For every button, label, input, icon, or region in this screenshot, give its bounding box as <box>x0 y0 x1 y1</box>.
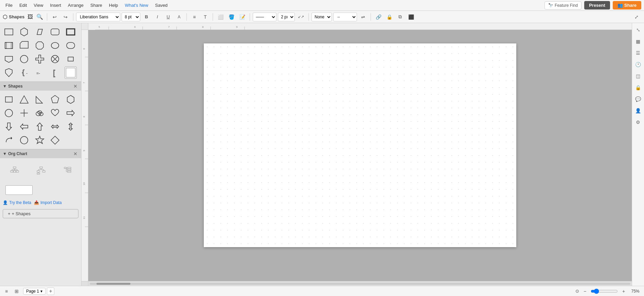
menu-insert[interactable]: Insert <box>47 2 64 8</box>
shape-circle[interactable] <box>49 39 61 52</box>
shape-s-circle[interactable] <box>3 107 15 119</box>
import-data-button[interactable]: 📥 Import Data <box>34 200 62 205</box>
format-right-icon[interactable]: ☰ <box>633 48 644 58</box>
shape-s-arrow-up[interactable] <box>34 121 46 133</box>
shape-s-pentagon[interactable] <box>49 93 61 106</box>
align-left-button[interactable]: ≡ <box>190 12 199 22</box>
italic-button[interactable]: I <box>153 12 162 22</box>
shape-plus[interactable] <box>34 53 46 65</box>
zoom-in-button[interactable]: + <box>620 288 627 295</box>
present-button[interactable]: Present <box>584 1 610 10</box>
shape-brace-left[interactable]: {- <box>18 67 30 79</box>
add-page-button[interactable]: + <box>47 288 54 295</box>
shape-x-circle[interactable] <box>49 53 61 65</box>
shape-s-hexagon[interactable] <box>65 93 77 106</box>
menu-help[interactable]: Help <box>106 2 121 8</box>
org-rect[interactable] <box>5 185 33 195</box>
menu-whats-new[interactable]: What's New <box>122 2 151 8</box>
shape-s-arrow-left[interactable] <box>18 121 30 133</box>
shape-s-heart[interactable] <box>49 107 61 119</box>
px-selector[interactable]: 2 px <box>278 13 295 21</box>
feature-find-button[interactable]: 🔭 Feature Find <box>544 1 582 10</box>
menu-edit[interactable]: Edit <box>17 2 30 8</box>
shape-snip-rect[interactable] <box>18 39 30 52</box>
shape-s-cloud[interactable] <box>34 107 46 119</box>
shape-film[interactable] <box>3 39 15 52</box>
font-selector[interactable]: Liberation Sans <box>76 13 120 21</box>
shape-rounded-rect[interactable] <box>49 26 61 38</box>
menu-file[interactable]: File <box>3 2 15 8</box>
fill-color-button[interactable]: 🪣 <box>227 12 236 22</box>
shape-s-curved-arrow[interactable] <box>3 134 15 146</box>
menu-saved[interactable]: Saved <box>152 2 170 8</box>
page-tab-dropdown[interactable]: ▾ <box>40 289 42 294</box>
shape-s-star[interactable] <box>34 134 46 146</box>
zoom-reset-icon[interactable]: ⊙ <box>575 289 579 294</box>
shape-s-arrow-right[interactable] <box>65 107 77 119</box>
add-shapes-button[interactable]: + + Shapes <box>3 209 78 218</box>
comment-right-icon[interactable]: 💬 <box>633 94 644 105</box>
shape-rect[interactable] <box>3 26 15 38</box>
shape-chevron-down[interactable] <box>3 53 15 65</box>
shape-s-diamond[interactable] <box>49 134 61 146</box>
menu-view[interactable]: View <box>31 2 46 8</box>
canvas-scroll[interactable] <box>88 30 632 281</box>
shape-s-double-arrow-h[interactable] <box>49 121 61 133</box>
shape-s-double-arrow-v[interactable] <box>65 121 77 133</box>
link-button[interactable]: 🔗 <box>374 12 383 22</box>
image-icon[interactable]: 🖼 <box>26 13 35 21</box>
page-grid-button[interactable]: ⊞ <box>13 288 20 295</box>
underline-button[interactable]: U <box>163 12 173 22</box>
try-beta-button[interactable]: 👤 Try the Beta <box>3 200 31 205</box>
shape-brace-right[interactable]: =- <box>34 67 46 79</box>
font-color-button[interactable]: A <box>174 12 184 22</box>
text-format-button[interactable]: T <box>200 12 210 22</box>
lock-right-icon[interactable]: 🔒 <box>633 82 644 93</box>
org-chart-1[interactable] <box>3 161 26 180</box>
connection-selector[interactable]: None <box>311 13 332 21</box>
shape-s-right-triangle[interactable] <box>34 93 46 106</box>
shapes-section-header[interactable]: ▼ Shapes ✕ <box>0 81 81 91</box>
shape-s-triangle[interactable] <box>18 93 30 106</box>
horizontal-scrollbar[interactable] <box>88 281 632 286</box>
shape-rounded-rect2[interactable] <box>65 39 77 52</box>
delete-button[interactable]: ⬛ <box>406 12 416 22</box>
shape-shield[interactable] <box>3 67 15 79</box>
shape-s-cross[interactable] <box>18 107 30 119</box>
shape-parallelogram[interactable] <box>34 26 46 38</box>
undo-button[interactable]: ↩ <box>50 12 59 22</box>
expand-right-icon[interactable]: ⤡ <box>633 24 644 35</box>
duplicate-button[interactable]: ⧉ <box>395 12 405 22</box>
shape-s-circle2[interactable] <box>18 134 30 146</box>
shape-small-rect[interactable] <box>65 53 77 65</box>
shape-s-arrow-down[interactable] <box>3 121 15 133</box>
redo-button[interactable]: ↪ <box>61 12 70 22</box>
zoom-out-button[interactable]: − <box>581 288 589 295</box>
org-chart-3[interactable] <box>56 161 79 180</box>
org-chart-section-header[interactable]: ▼ Org Chart ✕ <box>0 149 81 158</box>
zoom-slider[interactable] <box>591 289 618 294</box>
user-right-icon[interactable]: 👤 <box>633 105 644 116</box>
shapes-section-close[interactable]: ✕ <box>72 83 78 89</box>
rectangle-outline-button[interactable]: ⬜ <box>216 12 225 22</box>
scrollbar-thumb[interactable] <box>96 283 130 285</box>
clock-right-icon[interactable]: 🕐 <box>633 59 644 70</box>
bold-button[interactable]: B <box>142 12 151 22</box>
shape-color-swatch[interactable] <box>65 67 77 79</box>
shape-bracket[interactable]: [ <box>49 67 61 79</box>
shape-thick-border[interactable] <box>65 26 77 38</box>
shape-full-circle[interactable] <box>18 53 30 65</box>
waypoint-style-button[interactable]: ⇌ <box>358 12 368 22</box>
shape-octagon[interactable] <box>34 39 46 52</box>
table-right-icon[interactable]: ▦ <box>633 36 644 47</box>
lock-button[interactable]: 🔒 <box>384 12 394 22</box>
font-size-selector[interactable]: 8 pt <box>122 13 140 21</box>
menu-arrange[interactable]: Arrange <box>65 2 86 8</box>
arrow-selector[interactable]: → <box>333 13 357 21</box>
expand-button[interactable]: ⤢ <box>632 12 641 22</box>
zoom-percentage[interactable]: 75% <box>629 289 641 294</box>
page-list-button[interactable]: ≡ <box>3 288 10 295</box>
menu-share[interactable]: Share <box>88 2 105 8</box>
settings-right-icon[interactable]: ⚙ <box>633 117 644 128</box>
waypoint-button[interactable]: ↙↗ <box>296 12 306 22</box>
